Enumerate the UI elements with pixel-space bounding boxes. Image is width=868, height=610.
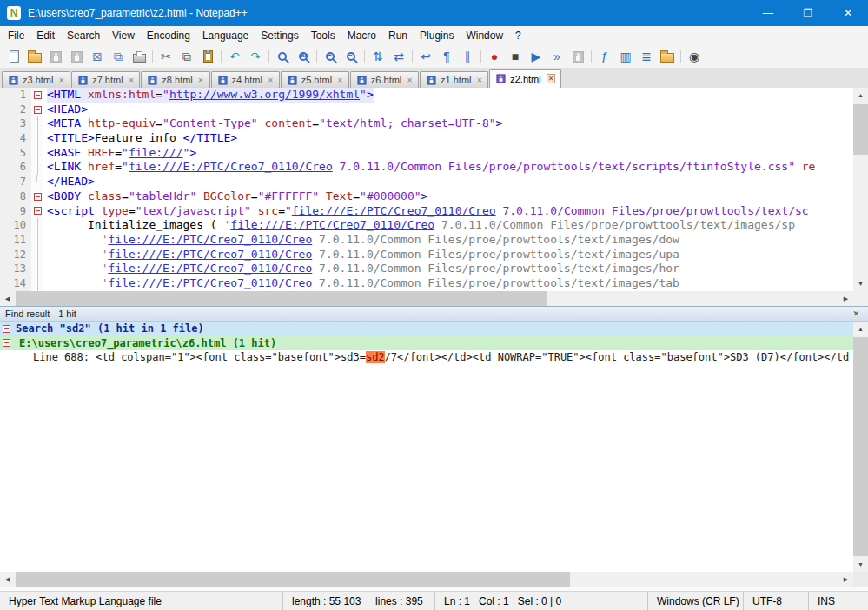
menu-plugins[interactable]: Plugins	[414, 27, 460, 44]
status-insert-mode[interactable]: INS	[808, 592, 868, 610]
save-all-icon[interactable]	[66, 47, 87, 66]
close-button[interactable]: ✕	[828, 0, 868, 26]
editor-vscroll-thumb[interactable]	[853, 104, 868, 155]
code-text[interactable]: 'file:///E:/PTC/Creo7_0110/Creo 7.0.11.0…	[43, 262, 853, 276]
document-list-icon[interactable]: ≣	[636, 47, 657, 66]
maximize-button[interactable]: ❐	[788, 0, 828, 26]
fold-marker[interactable]	[34, 207, 42, 215]
save-icon[interactable]	[45, 47, 66, 66]
tab-close-icon[interactable]: ✕	[129, 76, 135, 84]
scroll-up-arrow-icon[interactable]: ▲	[853, 322, 868, 336]
document-map-icon[interactable]: ▥	[615, 47, 636, 66]
menu-window[interactable]: Window	[460, 27, 509, 44]
menu-file[interactable]: File	[2, 27, 30, 44]
find-result-header[interactable]: Find result - 1 hit ✕	[0, 306, 868, 322]
code-text[interactable]: <TITLE>Feature info </TITLE>	[43, 131, 853, 146]
code-text[interactable]: <script type="text/javascript" src="file…	[43, 204, 853, 219]
code-text[interactable]: 'file:///E:/PTC/Creo7_0110/Creo 7.0.11.0…	[43, 248, 853, 262]
code-text[interactable]: <LINK href="file:///E:/PTC/Creo7_0110/Cr…	[43, 160, 853, 175]
find-horizontal-scrollbar[interactable]: ◀ ▶	[0, 572, 868, 587]
menu-edit[interactable]: Edit	[30, 27, 61, 44]
scroll-left-arrow-icon[interactable]: ◀	[0, 291, 15, 306]
tab-z1.html[interactable]: z1.html✕	[420, 71, 488, 88]
editor-hscroll-thumb[interactable]	[16, 291, 547, 306]
run-macro-multiple-icon[interactable]: »	[547, 47, 567, 66]
editor-horizontal-scrollbar[interactable]: ◀ ▶	[0, 291, 853, 306]
find-vertical-scrollbar[interactable]: ▲ ▼	[853, 322, 868, 572]
scroll-right-arrow-icon[interactable]: ▶	[838, 572, 853, 587]
code-text[interactable]: </HEAD>	[43, 175, 853, 189]
zoom-in-icon[interactable]: +	[320, 47, 341, 66]
find-icon[interactable]	[272, 47, 293, 66]
menu-settings[interactable]: Settings	[255, 27, 304, 44]
code-text[interactable]: <HEAD>	[43, 103, 853, 117]
print-icon[interactable]	[129, 47, 149, 66]
scroll-up-arrow-icon[interactable]: ▲	[853, 88, 868, 103]
undo-icon[interactable]: ↶	[224, 47, 245, 66]
close-file-icon[interactable]: ⊠	[87, 47, 108, 66]
stop-recording-icon[interactable]: ■	[505, 47, 526, 66]
new-file-icon[interactable]	[3, 47, 24, 66]
code-text[interactable]: <HTML xmlns:html="http://www.w3.org/1999…	[43, 88, 853, 103]
code-text[interactable]: <BASE HREF="file:///">	[43, 146, 853, 161]
find-result-file-line[interactable]: E:\users\creo7_parametric\z6.html (1 hit…	[0, 336, 853, 351]
menu-search[interactable]: Search	[61, 27, 106, 44]
tab-close-icon[interactable]: ✕	[547, 74, 556, 83]
fold-marker[interactable]	[3, 339, 10, 347]
redo-icon[interactable]: ↷	[245, 47, 266, 66]
menu-language[interactable]: Language	[196, 27, 255, 44]
zoom-out-icon[interactable]: −	[341, 47, 361, 66]
cut-icon[interactable]: ✂	[156, 47, 176, 66]
find-vscroll-thumb[interactable]	[853, 337, 868, 556]
tab-close-icon[interactable]: ✕	[407, 76, 413, 84]
tab-z3.html[interactable]: z3.html✕	[2, 71, 70, 88]
word-wrap-icon[interactable]: ↩	[415, 47, 436, 66]
code-text[interactable]: 'file:///E:/PTC/Creo7_0110/Creo 7.0.11.0…	[43, 233, 853, 248]
function-list-icon[interactable]: ƒ	[594, 47, 615, 66]
tab-close-icon[interactable]: ✕	[477, 76, 483, 84]
replace-icon[interactable]: ab	[293, 47, 314, 66]
show-all-characters-icon[interactable]: ¶	[436, 47, 457, 66]
code-text[interactable]: <META http-equiv="Content-Type" content=…	[43, 116, 853, 131]
scroll-down-arrow-icon[interactable]: ▼	[853, 557, 868, 572]
playback-macro-icon[interactable]: ▶	[526, 47, 547, 66]
minimize-button[interactable]: —	[748, 0, 788, 26]
find-result-close-icon[interactable]: ✕	[849, 309, 863, 318]
status-eol-format[interactable]: Windows (CR LF)	[647, 592, 743, 610]
code-text[interactable]: <BODY class="tableHdr" BGColor="#FFFFFF"…	[43, 189, 853, 204]
sync-horizontal-icon[interactable]: ⇄	[388, 47, 409, 66]
tab-z2.html[interactable]: z2.html✕	[489, 69, 561, 88]
tab-z5.html[interactable]: z5.html✕	[281, 71, 349, 88]
sync-vertical-icon[interactable]: ⇅	[368, 47, 388, 66]
tab-close-icon[interactable]: ✕	[268, 76, 274, 84]
indent-guide-icon[interactable]: ∥	[457, 47, 478, 66]
menu-view[interactable]: View	[106, 27, 141, 44]
menu-tools[interactable]: Tools	[305, 27, 341, 44]
status-encoding[interactable]: UTF-8	[743, 592, 808, 610]
menu-help[interactable]: ?	[509, 27, 527, 44]
editor-lines[interactable]: 1<HTML xmlns:html="http://www.w3.org/199…	[0, 88, 853, 291]
open-file-icon[interactable]	[24, 47, 45, 66]
scroll-right-arrow-icon[interactable]: ▶	[838, 291, 853, 306]
tab-z4.html[interactable]: z4.html✕	[211, 71, 280, 88]
scroll-down-arrow-icon[interactable]: ▼	[853, 276, 868, 291]
copy-icon[interactable]: ⧉	[176, 47, 197, 66]
tab-z7.html[interactable]: z7.html✕	[71, 71, 140, 88]
menu-macro[interactable]: Macro	[341, 27, 382, 44]
code-text[interactable]: 'file:///E:/PTC/Creo7_0110/Creo 7.0.11.0…	[43, 276, 853, 291]
fold-marker[interactable]	[34, 106, 42, 114]
find-result-hit-line[interactable]: Line 688: <td colspan="1"><font class="b…	[0, 350, 853, 365]
code-text[interactable]: Initialize_images ( 'file:///E:/PTC/Creo…	[43, 218, 853, 233]
fold-marker[interactable]	[3, 325, 10, 333]
paste-icon[interactable]	[197, 47, 218, 66]
tab-z8.html[interactable]: z8.html✕	[141, 71, 209, 88]
menu-run[interactable]: Run	[382, 27, 414, 44]
record-macro-icon[interactable]: ●	[484, 47, 505, 66]
find-result-search-line[interactable]: Search "sd2" (1 hit in 1 file)	[0, 322, 853, 336]
menu-encoding[interactable]: Encoding	[141, 27, 196, 44]
monitoring-icon[interactable]: ◉	[684, 47, 705, 66]
close-all-icon[interactable]: ⧉	[108, 47, 129, 66]
tab-close-icon[interactable]: ✕	[337, 76, 343, 84]
tab-close-icon[interactable]: ✕	[198, 76, 204, 84]
tab-close-icon[interactable]: ✕	[58, 76, 64, 84]
